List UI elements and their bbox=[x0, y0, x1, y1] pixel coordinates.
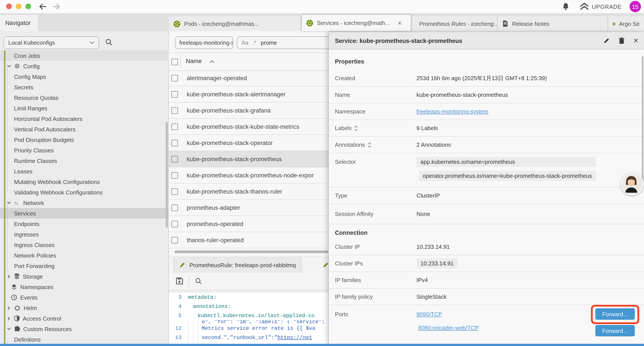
chevron-down-icon bbox=[6, 328, 11, 330]
sidebar-scrollbar[interactable] bbox=[166, 122, 168, 228]
editor-search-icon[interactable] bbox=[195, 278, 202, 285]
service-row[interactable]: prometheus-adapter bbox=[169, 200, 328, 216]
forward-port-9090-button[interactable]: Forward... bbox=[595, 308, 635, 320]
namespace-link[interactable]: freeleaps-monitoring-system bbox=[416, 108, 488, 115]
sort-ascending-icon[interactable] bbox=[210, 60, 214, 63]
service-row[interactable]: kube-prometheus-stack-operator bbox=[169, 135, 328, 151]
sidebar-item-resource-quotas[interactable]: Resource Quotas bbox=[0, 92, 169, 103]
navigator-panel-tab[interactable]: Navigator bbox=[0, 15, 38, 31]
sidebar-section-network[interactable]: ↑↓ Network bbox=[0, 198, 169, 208]
code-link[interactable]: https://net bbox=[278, 335, 312, 341]
sidebar-section-access-control[interactable]: Access Control bbox=[0, 313, 169, 324]
port-link-9090[interactable]: 9090/TCP bbox=[416, 311, 479, 318]
namespace-select[interactable]: freeleaps-monitoring-system bbox=[175, 36, 233, 49]
sidebar-item-endpoints[interactable]: Endpoints bbox=[0, 219, 169, 229]
clock-icon bbox=[11, 294, 17, 301]
sidebar-item-vertical-pod-autoscalers[interactable]: Vertical Pod Autoscalers bbox=[0, 124, 169, 134]
editor-tab-prometheusrule[interactable]: PrometheusRule: freeleaps-prod-rabbitmq bbox=[174, 257, 302, 273]
sidebar-item-definitions[interactable]: Definitions bbox=[0, 334, 169, 345]
sidebar-item-secrets[interactable]: Secrets bbox=[0, 82, 169, 92]
sidebar-search-icon[interactable] bbox=[105, 38, 113, 46]
sidebar-item-ingress-classes[interactable]: Ingress Classes bbox=[0, 240, 169, 250]
expand-collapse-icon[interactable] bbox=[354, 125, 358, 131]
drawer-scrollbar[interactable] bbox=[642, 56, 644, 183]
forward-arrow-icon[interactable] bbox=[52, 2, 60, 11]
resource-search-input[interactable]: Aa .* prome bbox=[237, 36, 328, 49]
user-avatar[interactable] bbox=[621, 173, 644, 195]
sidebar-item-cron-jobs[interactable]: Cron Jobs bbox=[0, 50, 169, 61]
sidebar-section-helm[interactable]: Helm bbox=[0, 303, 169, 313]
edit-pencil-icon[interactable] bbox=[603, 37, 610, 44]
sidebar-item-horizontal-pod-autoscalers[interactable]: Horizontal Pod Autoscalers bbox=[0, 113, 169, 124]
sidebar-item-mutating-webhook-configurations[interactable]: Mutating Webhook Configurations bbox=[0, 177, 169, 187]
sidebar-section-storage[interactable]: Storage bbox=[0, 271, 169, 282]
sidebar-item-priority-classes[interactable]: Priority Classes bbox=[0, 145, 169, 155]
sidebar-item-network-policies[interactable]: Network Policies bbox=[0, 250, 169, 261]
sidebar-item-pod-disruption-budgets[interactable]: Pod Disruption Budgets bbox=[0, 134, 169, 145]
select-all-checkbox[interactable] bbox=[172, 59, 178, 65]
chevron-right-icon bbox=[6, 317, 11, 320]
close-window-button[interactable] bbox=[6, 3, 12, 9]
horizontal-scrollbar[interactable] bbox=[174, 251, 328, 253]
row-checkbox[interactable] bbox=[172, 237, 178, 243]
row-checkbox[interactable] bbox=[172, 123, 178, 130]
row-checkbox[interactable] bbox=[172, 204, 178, 211]
save-icon[interactable] bbox=[176, 277, 183, 285]
sidebar-item-leases[interactable]: Leases bbox=[0, 166, 169, 177]
sidebar-item-port-forwarding[interactable]: Port Forwarding bbox=[0, 261, 169, 271]
sidebar-item-limit-ranges[interactable]: Limit Ranges bbox=[0, 103, 169, 113]
tab-services[interactable]: Services - icecheng@math... × bbox=[302, 15, 411, 31]
upgrade-label[interactable]: UPGRADE bbox=[592, 3, 622, 10]
service-row[interactable]: thanos-ruler-operated bbox=[169, 232, 328, 248]
sidebar-item-runtime-classes[interactable]: Runtime Classes bbox=[0, 155, 169, 166]
sidebar-section-custom-resources[interactable]: Custom Resources bbox=[0, 324, 169, 334]
tab-pods[interactable]: Pods - icecheng@mathmas... bbox=[169, 16, 302, 31]
maximize-window-button[interactable] bbox=[26, 3, 31, 9]
match-case-toggle[interactable]: Aa bbox=[242, 40, 248, 46]
yaml-editor[interactable]: 3metadata: 4annotations: 5kubectl.kubern… bbox=[169, 293, 328, 346]
service-row[interactable]: kube-prometheus-stack-grafana bbox=[169, 102, 328, 119]
sidebar-item-config-maps[interactable]: Config Maps bbox=[0, 71, 169, 82]
row-checkbox[interactable] bbox=[172, 188, 178, 195]
row-checkbox[interactable] bbox=[172, 75, 178, 81]
row-checkbox[interactable] bbox=[172, 139, 178, 146]
name-column-header[interactable]: Name bbox=[186, 58, 202, 64]
minimize-window-button[interactable] bbox=[16, 3, 22, 9]
selector-chip: operator.prometheus.io/name=kube-prometh… bbox=[419, 171, 596, 181]
service-row-selected[interactable]: kube-prometheus-stack-prometheus bbox=[169, 151, 328, 167]
upgrade-chevrons-icon[interactable] bbox=[580, 3, 589, 10]
close-drawer-icon[interactable]: × bbox=[634, 38, 638, 44]
sidebar-item-ingresses[interactable]: Ingresses bbox=[0, 229, 169, 240]
forward-port-8080-button[interactable]: Forward... bbox=[595, 325, 635, 336]
service-row[interactable]: prometheus-operated bbox=[169, 216, 328, 232]
back-arrow-icon[interactable] bbox=[38, 2, 47, 11]
notifications-bell-icon[interactable] bbox=[562, 3, 570, 10]
notification-count-badge[interactable]: 15 bbox=[630, 1, 641, 12]
sidebar-item-services[interactable]: Services bbox=[0, 208, 169, 219]
service-row[interactable]: kube-prometheus-stack-prometheus-node-ex… bbox=[169, 167, 328, 184]
row-checkbox[interactable] bbox=[172, 221, 178, 227]
tab-argo[interactable]: Argo Se bbox=[608, 16, 644, 31]
service-row[interactable]: kube-prometheus-stack-alertmanager bbox=[169, 86, 328, 102]
sidebar-item-namespaces[interactable]: Namespaces bbox=[0, 282, 169, 292]
regex-toggle[interactable]: .* bbox=[253, 40, 256, 46]
row-checkbox[interactable] bbox=[172, 107, 178, 114]
port-link-8080[interactable]: 8080:reloader-web/TCP bbox=[418, 325, 479, 331]
row-checkbox[interactable] bbox=[172, 156, 178, 162]
sidebar-item-events[interactable]: Events bbox=[0, 292, 169, 303]
connection-row-cluster-ips: Cluster IPs 10.233.14.91 bbox=[329, 255, 644, 272]
expand-collapse-icon[interactable] bbox=[368, 142, 371, 147]
close-tab-icon[interactable]: × bbox=[398, 19, 402, 27]
row-checkbox[interactable] bbox=[172, 172, 178, 178]
service-row[interactable]: kube-prometheus-stack-kube-state-metrics bbox=[169, 119, 328, 135]
editor-tab-partial[interactable] bbox=[319, 257, 328, 273]
sidebar-section-config[interactable]: Config bbox=[0, 61, 169, 71]
tab-release-notes[interactable]: Release Notes bbox=[498, 16, 608, 31]
sidebar-item-validating-webhook-configurations[interactable]: Validating Webhook Configurations bbox=[0, 187, 169, 198]
tab-prometheus-rules[interactable]: Prometheus Rules - icecheng... bbox=[411, 16, 498, 31]
service-row[interactable]: alertmanager-operated bbox=[169, 70, 328, 86]
row-checkbox[interactable] bbox=[172, 91, 178, 97]
kubeconfig-select[interactable]: Local Kubeconfigs bbox=[4, 36, 99, 49]
service-row[interactable]: kube-prometheus-stack-thanos-ruler bbox=[169, 184, 328, 200]
delete-trash-icon[interactable] bbox=[618, 37, 625, 44]
